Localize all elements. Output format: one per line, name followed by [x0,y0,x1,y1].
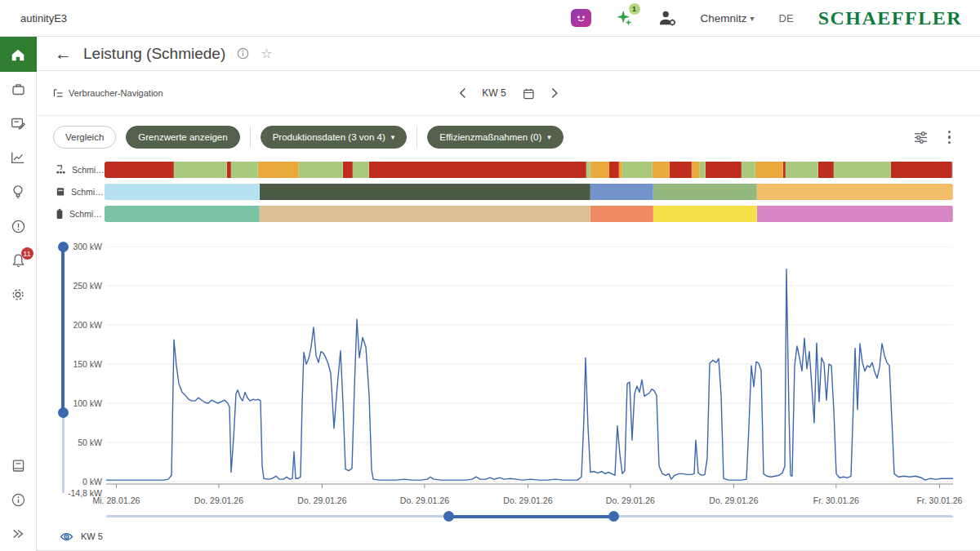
gantt-segment[interactable] [105,162,174,178]
limits-button[interactable]: Grenzwerte anzeigen [126,126,239,149]
efficiency-dropdown[interactable]: Effizienzmaßnahmen (0)▾ [427,126,564,149]
y-axis-label: 0 kW [43,477,102,487]
sidebar-item-manual[interactable] [0,448,37,482]
gantt-row-label[interactable]: Schmi… [37,208,105,220]
gantt-segment[interactable] [343,162,353,178]
consumer-navigation-button[interactable]: Verbraucher-Navigation [53,88,163,98]
gantt-segment[interactable] [757,206,953,222]
battery-icon [56,208,64,220]
compare-label: Vergleich [65,132,104,142]
user-gear-icon [658,10,676,26]
gantt-segment[interactable] [891,162,952,178]
y-axis-label: 150 kW [43,359,102,369]
x-axis-range-slider[interactable] [106,509,953,522]
sidebar-item-info[interactable] [0,482,37,517]
back-button[interactable]: ← [55,45,72,62]
production-data-dropdown[interactable]: Produktionsdaten (3 von 4)▾ [261,126,408,149]
gantt-segment[interactable] [755,162,783,178]
v-slider-handle-bottom[interactable] [58,407,69,418]
gantt-segment[interactable] [299,162,343,178]
prev-week-button[interactable] [458,87,466,99]
language-selector[interactable]: DE [779,12,794,24]
week-navigator: KW 5 [458,87,558,100]
gantt-segment[interactable] [609,162,619,178]
gantt-segment[interactable] [653,206,757,222]
ai-sparkle-button[interactable]: 1 [616,9,634,27]
sidebar-item-insights[interactable] [0,175,37,209]
gantt-segment[interactable] [670,162,692,178]
tune-filter-icon[interactable] [913,131,929,144]
x-axis-label: Do. 29.01.26 [503,495,552,505]
gantt-segment[interactable] [105,184,260,200]
chat-assistant-button[interactable] [571,9,591,27]
sidebar-item-settings[interactable] [0,278,37,312]
sidebar-nav: 11 [0,37,37,551]
gantt-row-label[interactable]: Schmi… [37,164,105,175]
gantt-segment[interactable] [706,162,742,178]
plot-region[interactable] [106,247,953,493]
gantt-segment[interactable] [258,162,299,178]
gantt-segment[interactable] [653,162,670,178]
home-icon [10,47,26,63]
gantt-row-label[interactable]: Schmi… [37,186,105,197]
sidebar-item-home[interactable] [0,37,37,72]
sidebar-item-notifications[interactable]: 11 [0,243,37,278]
gantt-segment[interactable] [231,162,258,178]
gantt-segment[interactable] [260,184,590,200]
location-selector[interactable]: Chemnitz ▾ [701,12,755,24]
calendar-picker-button[interactable] [523,87,535,100]
gantt-segment[interactable] [105,206,260,222]
gantt-segment[interactable] [590,162,609,178]
gantt-segment[interactable] [369,162,586,178]
page-header: ← Leistung (Schmiede) ☆ [37,37,980,71]
more-options-button[interactable] [947,129,953,146]
app-name: autinityE3 [20,12,67,24]
user-settings-button[interactable] [658,10,676,26]
compare-button[interactable]: Vergleich [53,126,116,149]
gantt-segment[interactable] [818,162,834,178]
sidebar-item-projects[interactable] [0,72,37,106]
gantt-bar[interactable] [105,206,953,222]
power-line-chart: 300 kW250 kW200 kW150 kW100 kW50 kW0 kW-… [37,228,980,509]
title-info-icon[interactable] [237,47,249,60]
sidebar-expand-button[interactable] [0,517,37,551]
gantt-bar[interactable] [105,184,953,200]
h-slider-handle-right[interactable] [608,511,619,522]
exclamation-circle-icon [11,219,26,234]
y-axis-label: 100 kW [43,398,102,408]
sub-navigation: Verbraucher-Navigation KW 5 [37,71,980,115]
gantt-segment[interactable] [757,184,953,200]
h-slider-handle-left[interactable] [443,511,454,522]
page-title: Leistung (Schmiede) [83,45,225,63]
x-axis-label: Do. 29.01.26 [297,495,346,505]
gantt-segment[interactable] [590,184,653,200]
gantt-segment[interactable] [590,206,653,222]
gantt-segment[interactable] [700,162,706,178]
eye-visibility-icon[interactable] [60,531,74,542]
limits-label: Grenzwerte anzeigen [138,132,227,142]
favorite-star-icon[interactable]: ☆ [261,46,272,61]
gantt-segment[interactable] [653,184,757,200]
h-slider-selection[interactable] [448,515,613,518]
gantt-bar[interactable] [105,162,953,178]
sidebar-item-reports[interactable] [0,106,37,140]
line-chart-icon [10,149,26,166]
legend-week-label: KW 5 [81,531,103,541]
location-label: Chemnitz [701,12,747,24]
sidebar-item-alarms[interactable] [0,209,37,243]
next-week-button[interactable] [551,87,559,99]
gantt-segment[interactable] [786,162,818,178]
y-axis-label: 250 kW [43,281,102,291]
gantt-segment[interactable] [353,162,369,178]
gantt-segment[interactable] [834,162,891,178]
gantt-segment[interactable] [260,206,590,222]
x-axis-label: Do. 29.01.26 [194,495,243,505]
x-axis-label: Do. 29.01.26 [400,495,449,505]
gantt-segment[interactable] [742,162,756,178]
sidebar-item-charts[interactable] [0,140,37,175]
gantt-segment[interactable] [174,162,227,178]
chart-toolbar: Vergleich Grenzwerte anzeigen Produktion… [37,116,980,153]
gantt-segment[interactable] [692,162,700,178]
gantt-segment[interactable] [622,162,653,178]
x-axis-label: Do. 29.01.26 [606,495,655,505]
